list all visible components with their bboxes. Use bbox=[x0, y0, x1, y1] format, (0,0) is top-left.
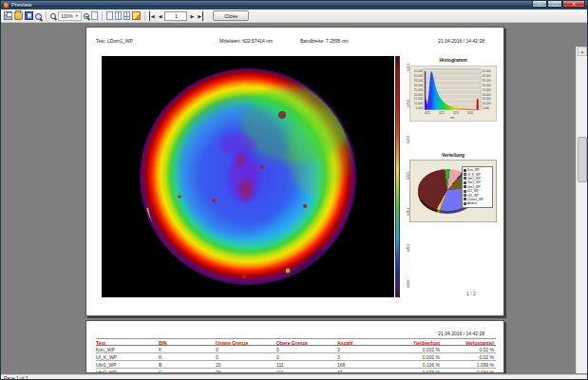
verteilung-title: Verteilung bbox=[409, 152, 497, 158]
page-setup-icon[interactable] bbox=[132, 11, 141, 20]
maximize-button[interactable]: ▢ bbox=[547, 1, 562, 8]
svg-text:10.000: 10.000 bbox=[414, 102, 424, 105]
datetime-label: 21.04.2016 / 14:42:28 bbox=[438, 331, 484, 336]
window-title: Preview bbox=[11, 1, 31, 10]
histogram-title: Histogramm bbox=[409, 57, 497, 63]
preview-content: Test: LDom1_WP Mittelwert: 622.57414 nm … bbox=[1, 24, 587, 373]
verteilung-chart: Kon_WPUf_K_WPUbr1_WPUbr2_WPUbr3_WPUf1_WP… bbox=[409, 160, 497, 222]
results-table: TestBINUntere GrenzeObere GrenzeAnzahlYi… bbox=[96, 338, 496, 373]
last-page-button[interactable]: ▶ bbox=[197, 11, 203, 21]
svg-text:40.000: 40.000 bbox=[483, 74, 492, 78]
preview-window: Preview – ▢ ✕ 100% ▼ ◀ ◀ ▶ ▶ Close bbox=[0, 0, 588, 380]
mittelwert-label: Mittelwert: 622.57414 nm bbox=[219, 38, 273, 44]
find-icon[interactable] bbox=[35, 13, 42, 20]
table-body: Kon_WPK0030.002 %0.02 %Uf_K_WPK0030.002 … bbox=[96, 346, 496, 373]
status-text: Page 1 of 2 bbox=[1, 375, 587, 380]
svg-text:15.000: 15.000 bbox=[414, 97, 424, 101]
svg-text:20.000: 20.000 bbox=[414, 93, 424, 97]
svg-text:10.000: 10.000 bbox=[483, 102, 492, 105]
page-number-input[interactable] bbox=[164, 11, 187, 21]
svg-text:621: 621 bbox=[425, 111, 430, 115]
svg-text:623: 623 bbox=[453, 111, 459, 115]
svg-text:25.000: 25.000 bbox=[414, 88, 424, 92]
close-window-button[interactable]: ✕ bbox=[562, 1, 585, 8]
statusbar: Page 1 of 2 bbox=[1, 374, 587, 380]
print-icon[interactable] bbox=[4, 11, 12, 20]
fit-page-icon[interactable] bbox=[91, 11, 98, 20]
svg-text:30.000: 30.000 bbox=[483, 84, 492, 87]
svg-text:35.000: 35.000 bbox=[414, 79, 424, 83]
scroll-up-icon[interactable]: ▲ bbox=[578, 47, 587, 56]
toolbar-separator bbox=[102, 11, 103, 21]
wafer-map bbox=[102, 56, 394, 297]
zoom-select[interactable]: 100% ▼ bbox=[58, 11, 82, 21]
page-indicator: 1 / 2 bbox=[466, 291, 476, 296]
svg-text:30.000: 30.000 bbox=[414, 84, 424, 87]
bandbreite-label: Bandbreite: 7.2595 nm bbox=[300, 38, 349, 44]
titlebar: Preview – ▢ ✕ bbox=[1, 1, 587, 10]
svg-text:5.000: 5.000 bbox=[483, 106, 490, 110]
vertical-scroll-thumb[interactable] bbox=[578, 137, 587, 182]
zoom-value: 100% bbox=[61, 13, 73, 19]
colorbar-ticks: 626.2625.0623.8622.6621.4620.2619.0 bbox=[401, 56, 408, 297]
legend-item: Andere bbox=[464, 201, 491, 205]
svg-text:15.000: 15.000 bbox=[483, 97, 492, 101]
svg-text:25.000: 25.000 bbox=[483, 88, 492, 92]
toolbar: 100% ▼ ◀ ◀ ▶ ▶ Close bbox=[1, 10, 587, 23]
first-page-button[interactable]: ◀ bbox=[149, 11, 156, 21]
zoom-icon[interactable] bbox=[50, 13, 56, 19]
toolbar-separator bbox=[46, 11, 47, 21]
wafer-colorbar bbox=[395, 56, 400, 297]
svg-text:45.000: 45.000 bbox=[483, 69, 492, 73]
histogram-chart: 45.00045.00040.00040.00035.00035.00030.0… bbox=[409, 66, 497, 122]
app-icon bbox=[4, 3, 9, 8]
open-icon[interactable] bbox=[14, 11, 23, 20]
next-page-button[interactable]: ▶ bbox=[189, 11, 195, 21]
report-page-1: Test: LDom1_WP Mittelwert: 622.57414 nm … bbox=[85, 27, 504, 316]
table-row: Ubr2_WPC20111470.073 %0.434 % bbox=[96, 369, 496, 373]
datetime-label: 21.04.2016 / 14:42:28 bbox=[438, 38, 484, 44]
two-pages-icon[interactable] bbox=[115, 11, 122, 20]
prev-page-button[interactable]: ◀ bbox=[158, 11, 163, 21]
svg-text:624: 624 bbox=[467, 111, 473, 115]
pie-legend: Kon_WPUf_K_WPUbr1_WPUbr2_WPUbr3_WPUf1_WP… bbox=[462, 166, 493, 208]
table-row: Uf_K_WPK0030.002 %0.02 % bbox=[96, 353, 496, 361]
toolbar-separator bbox=[144, 11, 145, 21]
save-icon[interactable] bbox=[25, 11, 33, 20]
svg-text:45.000: 45.000 bbox=[414, 69, 424, 73]
close-preview-button[interactable]: Close bbox=[213, 10, 249, 21]
vertical-scrollbar[interactable]: ▲ ▼ bbox=[576, 47, 587, 373]
single-page-icon[interactable] bbox=[106, 11, 113, 20]
svg-text:35.000: 35.000 bbox=[483, 79, 492, 83]
test-label: Test: LDom1_WP bbox=[96, 38, 133, 44]
svg-text:20.000: 20.000 bbox=[483, 93, 492, 97]
table-row: Kon_WPK0030.002 %0.02 % bbox=[96, 346, 496, 353]
report-page-2: 21.04.2016 / 14:42:28 TestBINUntere Gren… bbox=[85, 320, 504, 373]
four-pages-icon[interactable] bbox=[123, 11, 130, 20]
svg-text:5.000: 5.000 bbox=[415, 106, 423, 110]
svg-text:nm: nm bbox=[450, 116, 455, 120]
table-row: Ubr1_WPB201111680.126 %1.099 % bbox=[96, 361, 496, 369]
svg-text:40.000: 40.000 bbox=[414, 74, 424, 78]
table-header: TestBINUntere GrenzeObere GrenzeAnzahlYi… bbox=[96, 338, 496, 346]
chevron-down-icon: ▼ bbox=[75, 13, 79, 18]
minimize-button[interactable]: – bbox=[532, 1, 547, 8]
svg-text:622: 622 bbox=[439, 111, 445, 115]
zoom-out-icon[interactable] bbox=[84, 13, 89, 19]
